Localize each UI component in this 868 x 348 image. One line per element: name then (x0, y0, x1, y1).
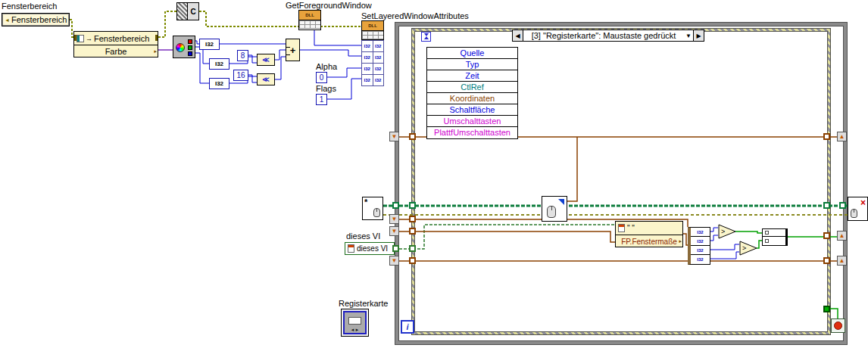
tunnel-event-reg[interactable] (839, 202, 846, 209)
tunnel[interactable] (823, 232, 830, 239)
unregister-events-node[interactable]: × (848, 197, 868, 221)
unbundle-cell[interactable]: I32 (691, 237, 710, 246)
fp-class-label: " " (627, 224, 635, 232)
terminal-cell[interactable]: I32 (362, 75, 373, 85)
to-i32-node[interactable]: I32 (209, 78, 229, 89)
shift-register-left[interactable]: ▼ (389, 226, 399, 236)
shift-register-right[interactable]: ▲ (837, 256, 847, 266)
property-farbe-row[interactable]: Farbe ▸ (74, 45, 158, 57)
add-node[interactable]: + (286, 39, 300, 61)
to-i32-node[interactable]: I32 (209, 58, 229, 70)
wire-pane-ref[interactable] (158, 11, 176, 37)
wire-cluster[interactable] (399, 231, 615, 242)
flags-constant[interactable]: 1 (316, 94, 327, 105)
tunnel[interactable] (823, 257, 830, 264)
wire-int[interactable] (195, 53, 209, 83)
shift-register-left[interactable]: ▼ (389, 214, 399, 224)
shift-register-right[interactable]: ▲ (837, 132, 847, 141)
pane-ref-terminal[interactable]: ◄ Fensterbereich (2, 13, 70, 26)
comparison-node[interactable]: > (718, 224, 737, 240)
terminal-cell[interactable]: I32 (373, 41, 384, 51)
static-vi-reference[interactable]: dieses VI (345, 242, 395, 255)
pointer-cast-node[interactable]: C (176, 2, 199, 20)
event-data-item[interactable]: PlattfUmschalttasten (427, 127, 517, 138)
event-data-item[interactable]: Umschalttasten (427, 116, 517, 127)
build-array-node[interactable] (762, 228, 788, 246)
terminal-cell[interactable]: I32 (362, 41, 373, 51)
terminal-cell[interactable]: I32 (373, 52, 384, 63)
wire-pane-ref[interactable] (199, 11, 361, 26)
wire-int[interactable] (275, 50, 286, 60)
event-data-item[interactable]: CtlRef (427, 82, 517, 93)
numeric-constant-8[interactable]: 8 (237, 50, 248, 61)
terminal-cell[interactable]: I32 (373, 64, 384, 74)
property-node-class-row[interactable]: → Fensterbereich (74, 32, 158, 45)
unbundle-cell[interactable]: I32 (691, 228, 710, 237)
tunnel-vi-ref[interactable] (392, 245, 399, 252)
shift-register-left[interactable]: ▼ (389, 256, 399, 266)
event-prev-button[interactable]: ◀ (513, 30, 523, 41)
tunnel-vi-ref[interactable] (409, 245, 416, 252)
wire-int[interactable] (300, 50, 361, 56)
tunnel-event-reg[interactable] (392, 202, 399, 209)
green-swatch-icon (188, 45, 192, 50)
event-data-node[interactable]: Quelle Typ Zeit CtlRef Koordinaten Schal… (426, 47, 518, 139)
loop-iteration-terminal[interactable]: i (401, 320, 414, 334)
unbundle-node[interactable]: I32 I32 I32 I32 (688, 227, 710, 265)
property-node-fensterbereich[interactable]: → Fensterbereich Farbe ▸ (73, 31, 158, 57)
tab-terminal-frame: ◄► (343, 311, 367, 334)
unbundle-cell[interactable]: I32 (691, 246, 710, 255)
event-timeout-terminal[interactable] (421, 32, 431, 42)
logical-shift-node[interactable]: ≪ (257, 73, 275, 85)
tunnel[interactable] (409, 257, 416, 264)
event-next-button[interactable]: ▶ (693, 30, 704, 41)
numeric-constant-16[interactable]: 16 (233, 70, 248, 81)
tunnel[interactable] (823, 133, 830, 140)
event-data-item[interactable]: Quelle (427, 48, 517, 59)
terminal-cell[interactable]: I32 (362, 64, 373, 74)
wire-bool[interactable] (735, 231, 762, 233)
event-data-item[interactable]: Schaltfläche (427, 104, 517, 116)
tunnel-boolean[interactable] (823, 306, 830, 312)
terminal-cell[interactable]: I32 (373, 75, 384, 85)
event-data-item[interactable]: Typ (427, 59, 517, 70)
tunnel-event-reg[interactable] (823, 202, 830, 209)
call-library-node-getforegroundwindow[interactable]: DLL (298, 10, 321, 30)
wire-vi-ref[interactable] (395, 225, 615, 249)
event-dropdown-button[interactable]: ▼ (684, 30, 693, 41)
alpha-constant[interactable]: 0 (316, 72, 327, 83)
wire-int[interactable] (710, 244, 739, 250)
shift-register-left[interactable]: ▼ (389, 132, 399, 141)
tunnel[interactable] (409, 133, 416, 140)
tab-control-terminal[interactable]: ◄► (341, 309, 369, 337)
tunnel[interactable] (409, 228, 416, 235)
logical-shift-node[interactable]: ≪ (257, 54, 275, 66)
tunnel-event-reg[interactable] (409, 202, 416, 209)
wire-cluster[interactable] (567, 137, 577, 201)
register-events-node[interactable]: * (362, 197, 383, 220)
build-array-input-row[interactable] (763, 229, 785, 237)
call-library-node-setlayeredwindowattributes[interactable]: DLL (361, 20, 384, 40)
event-data-item[interactable]: Zeit (427, 70, 517, 82)
to-i32-node[interactable]: I32 (199, 39, 220, 50)
unbundle-cell[interactable]: I32 (691, 255, 710, 264)
loop-condition-terminal[interactable] (831, 318, 845, 333)
build-array-input-row[interactable] (763, 237, 785, 244)
wire-int[interactable] (710, 228, 718, 231)
fp-class-row[interactable]: " " (616, 222, 682, 235)
wire-int[interactable] (314, 30, 361, 45)
mouse-event-node[interactable] (542, 196, 567, 222)
wire-int[interactable] (710, 252, 739, 259)
event-selector-label[interactable]: [3] "Registerkarte": Maustaste gedrückt (523, 30, 684, 41)
fp-property-row[interactable]: FP.Fenstermaße ▸ (616, 235, 682, 247)
color-to-rgb-node[interactable] (173, 36, 195, 58)
wire-int[interactable] (710, 235, 718, 241)
tunnel[interactable] (409, 216, 416, 222)
call-library-parameter-terminals[interactable]: I32 I32 I32 I32 I32 I32 I32 I32 (361, 40, 384, 86)
event-data-item[interactable]: Koordinaten (427, 93, 517, 104)
property-node-fp[interactable]: " " FP.Fenstermaße ▸ (615, 221, 683, 247)
comparison-node[interactable]: > (739, 241, 758, 256)
terminal-cell[interactable]: I32 (362, 52, 373, 63)
shift-register-right[interactable]: ▲ (837, 231, 847, 241)
event-selector[interactable]: ◀ [3] "Registerkarte": Maustaste gedrück… (512, 30, 704, 42)
